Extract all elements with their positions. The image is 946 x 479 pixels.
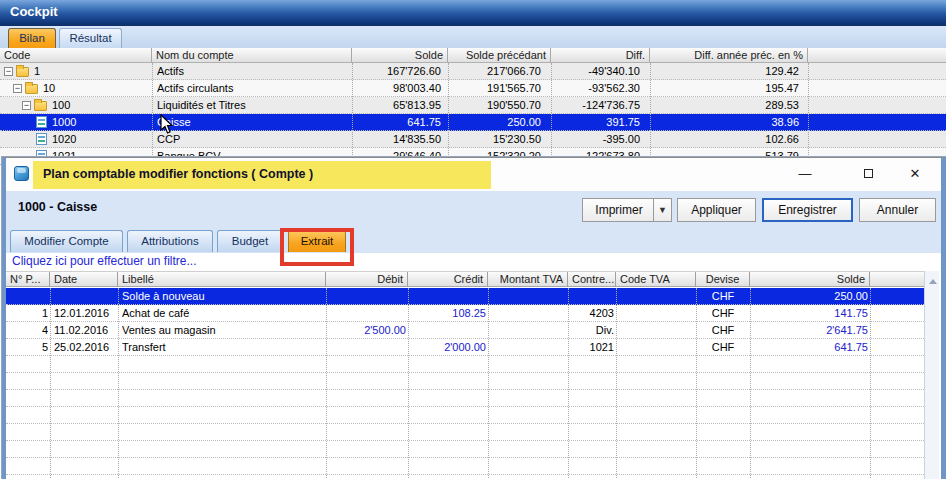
column-header[interactable]: Solde (750, 272, 870, 287)
maximize-button[interactable] (852, 163, 884, 185)
column-header[interactable]: Nom du compte (152, 48, 352, 62)
column-separator (152, 63, 153, 163)
tree-collapse-icon[interactable]: − (22, 101, 31, 110)
tab-bilan[interactable]: Bilan (8, 28, 56, 48)
empty-row[interactable] (6, 407, 924, 424)
cell-code_tva (618, 305, 694, 321)
cell-num: 4 (8, 322, 48, 338)
column-header[interactable]: Diff. année préc. en % (650, 48, 808, 62)
cell-diff: -395.00 (551, 131, 644, 147)
filter-link[interactable]: Cliquez ici pour effectuer un filtre... (12, 254, 197, 268)
cell-diff_pct: 129.42 (651, 63, 803, 79)
account-header: 1000 - Caisse (18, 200, 97, 214)
empty-row[interactable] (6, 424, 924, 441)
account-row[interactable]: 1020CCP14'835.5015'230.50-395.00102.66 (0, 131, 946, 148)
entry-row[interactable]: 411.02.2016Ventes au magasin2'500.00Div.… (6, 322, 924, 339)
column-header[interactable]: Débit (326, 272, 408, 287)
cell-diff_pct: 38.96 (651, 114, 803, 130)
entry-row[interactable]: Solde à nouveauCHF250.00 (6, 288, 924, 305)
column-header[interactable]: Code (0, 48, 152, 62)
account-name: Actifs circulants (157, 80, 349, 96)
column-header[interactable]: N° P... (6, 272, 50, 287)
dialog-tabstrip: Modifier Compte Attributions Budget Extr… (6, 227, 941, 253)
account-icon (36, 116, 47, 128)
column-header[interactable]: Diff. (551, 48, 650, 62)
empty-row[interactable] (6, 475, 924, 479)
account-code: 1 (34, 63, 134, 79)
column-header[interactable]: Montant TVA (488, 272, 568, 287)
scroll-up-icon[interactable] (926, 273, 939, 287)
annuler-button[interactable]: Annuler (859, 198, 936, 222)
dropdown-arrow-icon[interactable]: ▼ (653, 199, 671, 221)
cell-devise: CHF (696, 339, 750, 355)
tab-budget[interactable]: Budget (217, 230, 283, 252)
column-header[interactable]: Solde précédant (448, 48, 551, 62)
empty-row[interactable] (6, 356, 924, 373)
cell-libelle: Solde à nouveau (122, 288, 322, 304)
folder-icon (16, 67, 29, 77)
entry-row[interactable]: 112.01.2016Achat de café108.254203CHF141… (6, 305, 924, 322)
column-header[interactable]: Libellé (118, 272, 326, 287)
cell-debit (328, 288, 406, 304)
minimize-button[interactable]: — (789, 163, 821, 185)
cell-contre: 1021 (568, 339, 614, 355)
cell-contre (568, 288, 614, 304)
cell-code_tva (618, 288, 694, 304)
cell-debit: 2'500.00 (328, 322, 406, 338)
cell-date: 25.02.2016 (54, 339, 118, 355)
column-header[interactable]: Solde (352, 48, 448, 62)
column-separator (488, 288, 489, 479)
imprimer-button[interactable]: Imprimer ▼ (582, 198, 672, 222)
cell-num (8, 288, 48, 304)
cell-credit (408, 288, 486, 304)
tab-modifier-compte[interactable]: Modifier Compte (10, 230, 123, 252)
accounts-table: −1Actifs167'726.60217'066.70-49'340.1012… (0, 63, 946, 163)
folder-icon (34, 101, 47, 111)
cell-code_tva (618, 339, 694, 355)
column-separator (870, 288, 871, 479)
tree-collapse-icon[interactable]: − (4, 67, 13, 76)
cell-solde: 141.75 (750, 305, 868, 321)
empty-row[interactable] (6, 458, 924, 475)
account-code: 1020 (52, 131, 148, 147)
column-separator (118, 288, 119, 479)
cell-libelle: Transfert (122, 339, 322, 355)
tab-attributions[interactable]: Attributions (127, 230, 213, 252)
main-window-titlebar: Cockpit (0, 0, 946, 26)
tab-extrait[interactable]: Extrait (288, 230, 346, 252)
tree-collapse-icon[interactable]: − (13, 84, 22, 93)
column-header[interactable]: Code TVA (616, 272, 696, 287)
enregistrer-button[interactable]: Enregistrer (762, 198, 853, 222)
cell-solde: 167'726.60 (352, 63, 445, 79)
account-code: 1000 (52, 114, 148, 130)
tab-resultat[interactable]: Résultat (59, 28, 122, 48)
column-header[interactable]: Date (50, 272, 118, 287)
cell-diff_pct: 195.47 (651, 80, 803, 96)
column-header[interactable]: Crédit (408, 272, 488, 287)
account-code: 10 (43, 80, 143, 96)
cell-num: 5 (8, 339, 48, 355)
close-button[interactable]: ✕ (899, 163, 931, 185)
cell-diff: -49'340.10 (551, 63, 644, 79)
column-separator (448, 63, 449, 163)
cell-solde: 250.00 (750, 288, 868, 304)
column-separator (650, 63, 651, 163)
empty-row[interactable] (6, 390, 924, 407)
account-row[interactable]: 1000Caisse641.75250.00391.7538.96 (0, 114, 946, 131)
column-separator (750, 288, 751, 479)
cell-date (54, 288, 118, 304)
column-header[interactable]: Devise (696, 272, 750, 287)
account-row[interactable]: −10Actifs circulants98'003.40191'565.70-… (0, 80, 946, 97)
cell-credit: 108.25 (408, 305, 486, 321)
column-separator (616, 288, 617, 479)
empty-row[interactable] (6, 373, 924, 390)
account-row[interactable]: −100Liquidités et Titres65'813.95190'550… (0, 97, 946, 114)
column-header[interactable]: Contre... (568, 272, 616, 287)
cell-solde_prec: 250.00 (452, 114, 545, 130)
screen: Cockpit Bilan Résultat CodeNom du compte… (0, 0, 946, 479)
vertical-scrollbar[interactable] (924, 271, 939, 479)
entry-row[interactable]: 525.02.2016Transfert2'000.001021CHF641.7… (6, 339, 924, 356)
appliquer-button[interactable]: Appliquer (677, 198, 756, 222)
empty-row[interactable] (6, 441, 924, 458)
account-row[interactable]: −1Actifs167'726.60217'066.70-49'340.1012… (0, 63, 946, 80)
